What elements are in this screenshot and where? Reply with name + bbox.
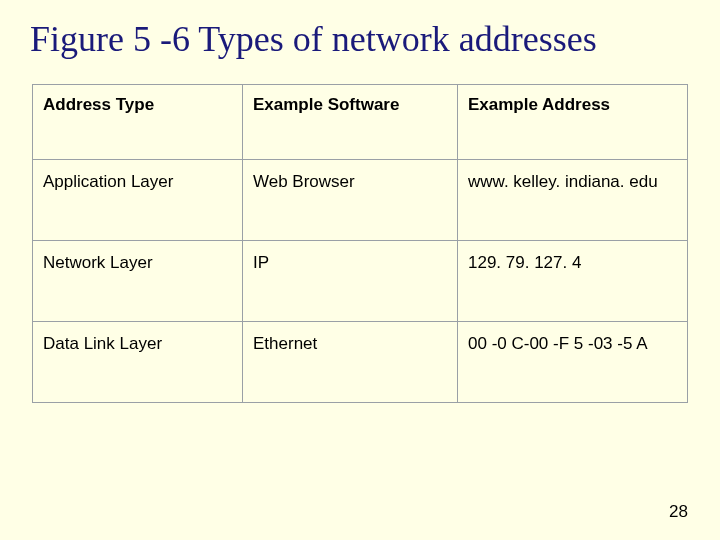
table-row: Application Layer Web Browser www. kelle… (33, 160, 688, 241)
cell-example-address: 00 -0 C-00 -F 5 -03 -5 A (458, 322, 688, 403)
cell-example-software: Ethernet (243, 322, 458, 403)
address-table: Address Type Example Software Example Ad… (32, 84, 688, 403)
cell-example-software: IP (243, 241, 458, 322)
table-row: Network Layer IP 129. 79. 127. 4 (33, 241, 688, 322)
table-header-row: Address Type Example Software Example Ad… (33, 85, 688, 160)
cell-address-type: Application Layer (33, 160, 243, 241)
cell-example-address: 129. 79. 127. 4 (458, 241, 688, 322)
slide-title: Figure 5 -6 Types of network addresses (30, 18, 690, 60)
cell-address-type: Data Link Layer (33, 322, 243, 403)
slide: Figure 5 -6 Types of network addresses A… (0, 0, 720, 540)
col-header-example-software: Example Software (243, 85, 458, 160)
table-row: Data Link Layer Ethernet 00 -0 C-00 -F 5… (33, 322, 688, 403)
col-header-example-address: Example Address (458, 85, 688, 160)
cell-example-address: www. kelley. indiana. edu (458, 160, 688, 241)
cell-address-type: Network Layer (33, 241, 243, 322)
page-number: 28 (669, 502, 688, 522)
cell-example-software: Web Browser (243, 160, 458, 241)
col-header-address-type: Address Type (33, 85, 243, 160)
